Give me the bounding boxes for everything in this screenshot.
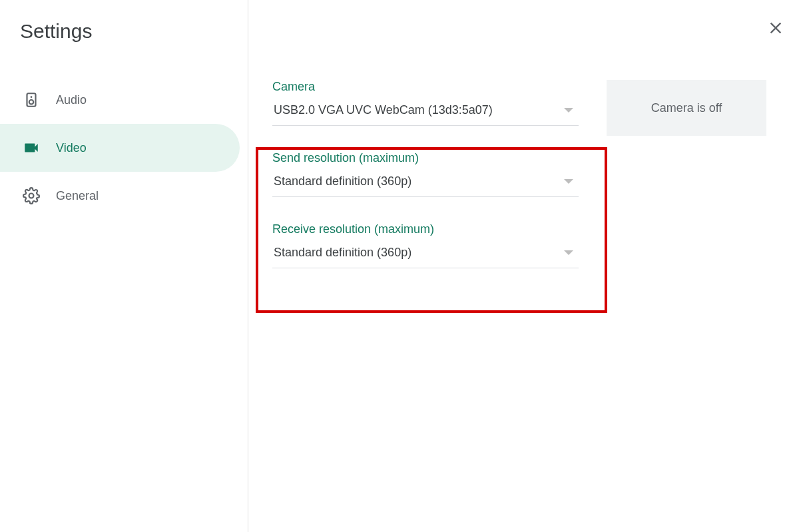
gear-icon xyxy=(23,187,40,204)
send-resolution-select[interactable]: Standard definition (360p) xyxy=(272,174,579,197)
send-resolution-field: Send resolution (maximum) Standard defin… xyxy=(272,151,579,197)
page-title: Settings xyxy=(20,20,248,43)
chevron-down-icon xyxy=(564,250,573,255)
sidebar-item-general[interactable]: General xyxy=(0,172,240,220)
camera-select[interactable]: USB2.0 VGA UVC WebCam (13d3:5a07) xyxy=(272,103,579,126)
sidebar-item-video[interactable]: Video xyxy=(0,124,240,172)
sidebar-item-label: General xyxy=(56,189,99,203)
camera-field: Camera USB2.0 VGA UVC WebCam (13d3:5a07) xyxy=(272,80,579,126)
close-icon xyxy=(766,19,785,40)
sidebar-item-label: Audio xyxy=(56,93,87,107)
settings-dialog: Settings Audio Video xyxy=(0,0,793,532)
chevron-down-icon xyxy=(564,108,573,113)
receive-resolution-field: Receive resolution (maximum) Standard de… xyxy=(272,222,579,268)
send-resolution-value: Standard definition (360p) xyxy=(274,174,411,188)
settings-content: Camera USB2.0 VGA UVC WebCam (13d3:5a07)… xyxy=(248,0,793,532)
settings-nav: Audio Video General xyxy=(0,76,248,220)
receive-resolution-select[interactable]: Standard definition (360p) xyxy=(272,246,579,268)
camera-row: Camera USB2.0 VGA UVC WebCam (13d3:5a07)… xyxy=(272,80,766,294)
sidebar-item-audio[interactable]: Audio xyxy=(0,76,240,124)
camera-label: Camera xyxy=(272,80,579,94)
receive-resolution-label: Receive resolution (maximum) xyxy=(272,222,579,236)
receive-resolution-value: Standard definition (360p) xyxy=(274,246,411,260)
svg-point-2 xyxy=(29,100,34,105)
camera-preview-status: Camera is off xyxy=(651,101,722,115)
close-button[interactable] xyxy=(765,19,786,40)
svg-point-3 xyxy=(29,194,34,198)
camera-value: USB2.0 VGA UVC WebCam (13d3:5a07) xyxy=(274,103,493,117)
send-resolution-label: Send resolution (maximum) xyxy=(272,151,579,165)
speaker-icon xyxy=(23,91,40,109)
svg-point-1 xyxy=(31,96,33,98)
camera-preview: Camera is off xyxy=(607,80,766,136)
videocam-icon xyxy=(23,139,40,156)
sidebar-item-label: Video xyxy=(56,141,87,155)
settings-sidebar: Settings Audio Video xyxy=(0,0,248,532)
chevron-down-icon xyxy=(564,179,573,184)
